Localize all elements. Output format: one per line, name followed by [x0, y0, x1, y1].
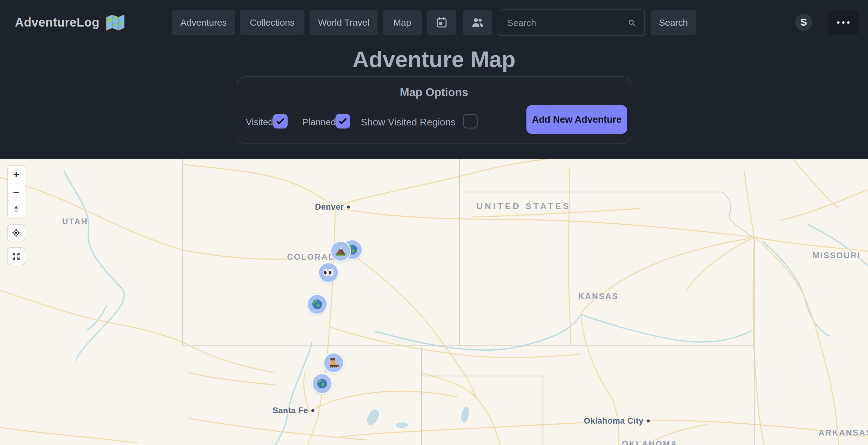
options-divider: [503, 97, 503, 137]
show-visited-regions-label: Show Visited Regions: [361, 117, 456, 128]
search-button-label: Search: [659, 18, 688, 28]
zoom-out-button[interactable]: −: [8, 183, 25, 201]
mountain-adventure-marker[interactable]: [331, 242, 350, 261]
overflow-menu-button[interactable]: •••: [828, 10, 859, 35]
show-visited-regions-checkbox[interactable]: [463, 114, 477, 128]
city-label-santa-fe: Santa Fe: [273, 406, 314, 415]
nav-collections[interactable]: Collections: [240, 10, 304, 35]
state-label-utah: UTAH: [62, 217, 88, 227]
map-emoji-icon: [105, 14, 125, 31]
users-icon: [471, 16, 485, 30]
nav-world-travel-label: World Travel: [318, 18, 369, 28]
city-dot: [647, 419, 650, 422]
avatar-initial: S: [800, 17, 807, 28]
country-label-united-states: UNITED STATES: [476, 202, 570, 211]
city-dot: [311, 409, 314, 412]
adventurelog-app: AdventureLog Adventures Collections Worl…: [0, 0, 868, 445]
users-button[interactable]: [463, 10, 492, 35]
checkmark-icon: [275, 116, 285, 126]
zoom-in-button[interactable]: +: [8, 166, 25, 183]
globe-adventure-marker[interactable]: [313, 374, 332, 393]
planned-checkbox[interactable]: [336, 114, 350, 128]
nav-adventures-label: Adventures: [181, 18, 227, 28]
pitch-arrows-icon: [11, 204, 21, 214]
visited-checkbox[interactable]: [273, 114, 288, 128]
state-label-kansas: KANSAS: [578, 292, 619, 301]
eyes-emoji-icon: [322, 266, 335, 279]
search-button[interactable]: Search: [651, 10, 696, 35]
top-navbar: AdventureLog Adventures Collections Worl…: [0, 0, 868, 45]
nav-world-travel[interactable]: World Travel: [310, 10, 378, 35]
map-options-heading: Map Options: [237, 86, 631, 99]
nav-collections-label: Collections: [250, 18, 294, 28]
checkmark-icon: [338, 116, 348, 126]
app-name: AdventureLog: [15, 16, 99, 29]
city-label-santa-fe-text: Santa Fe: [273, 406, 308, 415]
boot-adventure-marker[interactable]: [324, 353, 343, 373]
ellipsis-icon: •••: [837, 18, 852, 28]
city-label-denver: Denver: [315, 202, 350, 212]
globe-adventure-marker[interactable]: [308, 295, 327, 314]
fullscreen-button[interactable]: [8, 248, 25, 265]
geolocate-button[interactable]: [8, 225, 25, 241]
calendar-icon: [435, 16, 448, 30]
city-dot: [347, 205, 350, 208]
planned-label: Planned: [302, 117, 336, 127]
city-label-oklahoma-city: Oklahoma City: [584, 416, 650, 426]
add-new-adventure-button[interactable]: Add New Adventure: [526, 105, 627, 134]
globe-emoji-icon: [316, 378, 328, 390]
map-options-card: Map Options Visited Planned Show Visited…: [237, 76, 631, 144]
minus-icon: −: [13, 186, 19, 198]
visited-label: Visited: [246, 117, 273, 127]
user-avatar[interactable]: S: [795, 14, 812, 31]
eyes-adventure-marker[interactable]: [319, 263, 338, 282]
nav-map[interactable]: Map: [383, 10, 422, 35]
page-title: Adventure Map: [0, 47, 868, 72]
map-basemap: [0, 159, 868, 445]
calendar-button[interactable]: [427, 10, 456, 35]
app-logo[interactable]: AdventureLog: [15, 0, 125, 45]
mountain-emoji-icon: [335, 245, 347, 257]
pitch-toggle-button[interactable]: [8, 201, 25, 218]
globe-emoji-icon: [311, 298, 323, 310]
search-input[interactable]: [499, 18, 627, 28]
add-new-adventure-label: Add New Adventure: [532, 114, 621, 125]
geolocate-icon: [11, 227, 22, 238]
search-field-wrap: [499, 9, 645, 36]
boot-emoji-icon: [328, 357, 340, 369]
zoom-control-group: + −: [8, 166, 25, 218]
state-label-missouri: MISSOURI: [812, 251, 861, 260]
fullscreen-icon: [11, 251, 21, 262]
state-label-oklahoma: OKLAHOMA: [622, 440, 678, 445]
map-canvas[interactable]: UTAH COLORADO UNITED STATES KANSAS MISSO…: [0, 159, 868, 445]
search-icon: [627, 18, 637, 28]
city-label-oklahoma-city-text: Oklahoma City: [584, 416, 644, 426]
state-label-arkansas: ARKANSAS: [818, 428, 868, 438]
nav-map-label: Map: [394, 18, 411, 28]
nav-adventures[interactable]: Adventures: [172, 10, 235, 35]
plus-icon: +: [13, 169, 19, 180]
city-label-denver-text: Denver: [315, 202, 344, 212]
